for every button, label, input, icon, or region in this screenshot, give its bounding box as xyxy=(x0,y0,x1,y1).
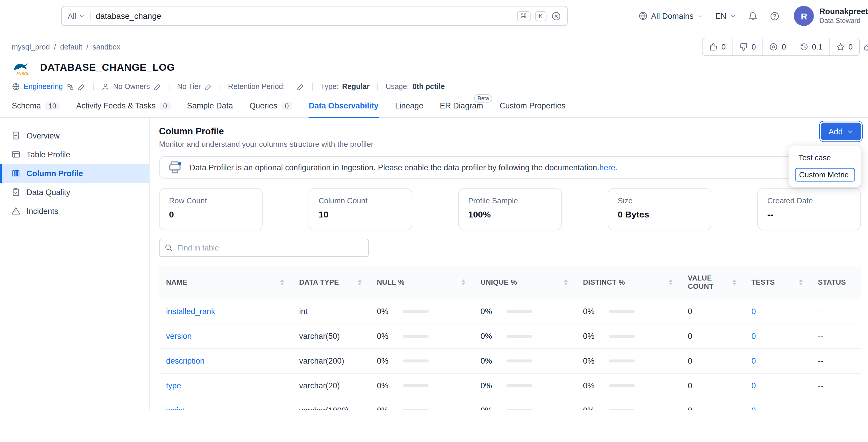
sort-icons[interactable] xyxy=(669,279,673,285)
table-row: script varchar(1000) 0% 0% 0% 0 0 -- xyxy=(159,398,861,410)
global-search[interactable]: All ⌘ K xyxy=(61,6,568,26)
beta-badge: Beta xyxy=(474,94,493,102)
value-count-cell: 0 xyxy=(681,348,744,373)
domain-link[interactable]: Engineering xyxy=(24,83,63,91)
null-pct: 0% xyxy=(377,356,403,365)
tests-link[interactable]: 0 xyxy=(751,356,756,365)
column-name-link[interactable]: type xyxy=(166,381,181,390)
add-button[interactable]: Add xyxy=(821,123,861,140)
tab-count: 10 xyxy=(45,102,60,110)
card-column-count: Column Count 10 xyxy=(309,188,412,230)
col-header-value-count[interactable]: VALUE COUNT xyxy=(681,266,744,299)
help-icon[interactable] xyxy=(770,11,780,21)
documentation-link[interactable]: here. xyxy=(599,163,617,172)
sort-icons[interactable] xyxy=(564,279,568,285)
user-role: Data Steward xyxy=(819,17,868,25)
owners-label: No Owners xyxy=(113,83,150,91)
column-profile-icon xyxy=(11,169,21,178)
domains-dropdown[interactable]: All Domains xyxy=(638,11,704,21)
distinct-pct: 0% xyxy=(583,331,609,340)
user-menu[interactable]: R Rounakpreet Data Steward xyxy=(794,6,868,26)
tab-custom-properties[interactable]: Custom Properties xyxy=(500,94,566,117)
thumbs-down-icon xyxy=(739,42,748,51)
card-created-date: Created Date -- xyxy=(757,188,861,230)
sidebar-item-overview[interactable]: Overview xyxy=(0,126,149,145)
tab-sample-data[interactable]: Sample Data xyxy=(187,94,233,117)
column-name-link[interactable]: version xyxy=(166,331,192,340)
tab-data-observability[interactable]: Data Observability xyxy=(309,94,379,117)
tests-link[interactable]: 0 xyxy=(751,307,756,316)
column-name-link[interactable]: script xyxy=(166,406,185,410)
star-button[interactable]: 0 xyxy=(830,38,859,55)
edit-owners-icon[interactable] xyxy=(153,83,161,90)
avatar[interactable]: R xyxy=(794,6,814,26)
edit-tier-icon[interactable] xyxy=(204,83,212,90)
breadcrumb-separator: / xyxy=(54,43,56,51)
tab-count: 0 xyxy=(160,102,170,110)
sort-icons[interactable] xyxy=(462,279,465,285)
language-dropdown[interactable]: EN xyxy=(715,11,736,20)
column-name-link[interactable]: installed_rank xyxy=(166,307,215,316)
breadcrumb-database[interactable]: default xyxy=(60,43,82,51)
tests-link[interactable]: 0 xyxy=(751,381,756,390)
col-header-data-type[interactable]: DATA TYPE xyxy=(292,266,370,299)
edit-domain-icon[interactable] xyxy=(78,83,85,90)
search-scope-select[interactable]: All xyxy=(68,11,86,20)
type-value: Regular xyxy=(342,83,370,91)
col-header-name[interactable]: NAME xyxy=(159,266,292,299)
tests-link[interactable]: 0 xyxy=(751,331,756,340)
sort-icons[interactable] xyxy=(358,279,362,285)
overview-icon xyxy=(11,131,21,140)
clear-search-icon[interactable] xyxy=(551,11,561,21)
progress-bar xyxy=(403,310,429,313)
col-header-status: STATUS xyxy=(811,266,861,299)
find-in-table-input[interactable] xyxy=(159,239,369,257)
top-bar: All ⌘ K All Domains EN R xyxy=(0,0,868,32)
sidebar-item-data-quality[interactable]: Data Quality xyxy=(0,183,149,202)
col-header-null[interactable]: NULL % xyxy=(370,266,473,299)
data-type-cell: int xyxy=(292,299,370,324)
col-header-tests[interactable]: TESTS xyxy=(744,266,811,299)
sort-icons[interactable] xyxy=(280,279,284,285)
language-label: EN xyxy=(715,11,726,20)
data-type-cell: varchar(200) xyxy=(292,348,370,373)
sort-icons[interactable] xyxy=(733,279,736,285)
menu-item-test-case[interactable]: Test case xyxy=(795,151,855,164)
downvote-button[interactable]: 0 xyxy=(733,38,763,55)
breadcrumb-schema[interactable]: sandbox xyxy=(92,43,120,51)
search-icon xyxy=(164,243,173,252)
share-link-icon[interactable] xyxy=(863,41,868,51)
progress-bar xyxy=(609,334,635,337)
menu-item-custom-metric[interactable]: Custom Metric xyxy=(795,168,855,181)
sidebar-item-incidents[interactable]: Incidents xyxy=(0,202,149,220)
mysql-logo: MySQL xyxy=(12,60,33,76)
tab-lineage[interactable]: Lineage xyxy=(395,94,424,117)
col-header-unique[interactable]: UNIQUE % xyxy=(473,266,576,299)
tab-queries[interactable]: Queries0 xyxy=(249,94,292,117)
search-input[interactable] xyxy=(96,11,512,21)
card-profile-sample: Profile Sample 100% xyxy=(458,188,562,230)
sort-icons[interactable] xyxy=(799,279,803,285)
tab-schema[interactable]: Schema10 xyxy=(12,94,60,117)
status-cell: -- xyxy=(811,324,861,348)
notifications-bell-icon[interactable] xyxy=(748,11,758,21)
progress-bar xyxy=(506,359,532,362)
col-header-distinct[interactable]: DISTINCT % xyxy=(576,266,681,299)
version-button[interactable]: 0.1 xyxy=(793,38,830,55)
tab-er-diagram[interactable]: ER DiagramBeta xyxy=(440,94,483,117)
meta-separator: | xyxy=(375,83,380,91)
tests-link[interactable]: 0 xyxy=(751,406,756,410)
tasks-button[interactable]: 0 xyxy=(763,38,793,55)
value-count-cell: 0 xyxy=(681,373,744,398)
tab-activity-feeds[interactable]: Activity Feeds & Tasks0 xyxy=(76,94,170,117)
progress-bar xyxy=(403,359,429,362)
chevron-down-icon xyxy=(847,128,853,135)
distinct-pct: 0% xyxy=(583,356,609,365)
sidebar-item-table-profile[interactable]: Table Profile xyxy=(0,145,149,164)
progress-bar xyxy=(506,334,532,337)
breadcrumb-service[interactable]: mysql_prod xyxy=(12,43,50,51)
column-name-link[interactable]: description xyxy=(166,356,205,365)
edit-retention-icon[interactable] xyxy=(297,83,305,90)
sidebar-item-column-profile[interactable]: Column Profile xyxy=(0,164,149,183)
upvote-button[interactable]: 0 xyxy=(703,38,733,55)
